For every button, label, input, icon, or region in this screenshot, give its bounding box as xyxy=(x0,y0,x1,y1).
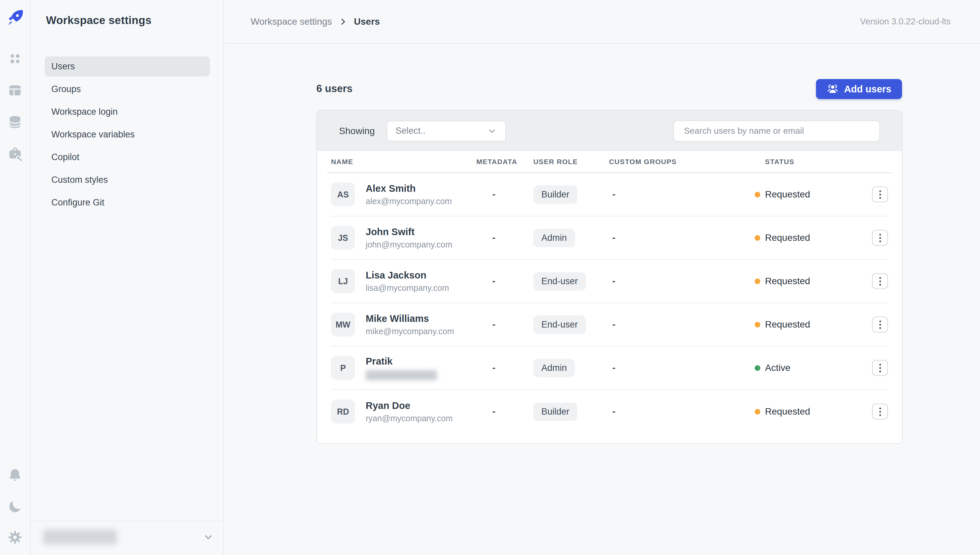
avatar: AS xyxy=(331,183,355,207)
table-row: LJ Lisa Jackson lisa@mycompany.com - End… xyxy=(331,260,888,303)
status-label: Requested xyxy=(765,276,810,287)
user-email: mike@mycompany.com xyxy=(366,327,454,336)
table-header: NAME METADATA USER ROLE CUSTOM GROUPS ST… xyxy=(327,151,892,173)
user-email: lisa@mycompany.com xyxy=(366,283,449,293)
status-label: Active xyxy=(765,363,790,373)
role-badge: Admin xyxy=(533,359,575,377)
status-badge: Requested xyxy=(755,276,872,287)
user-name: Ryan Doe xyxy=(366,400,452,411)
row-menu-kebab-button[interactable] xyxy=(872,360,888,376)
apps-grid-icon[interactable] xyxy=(7,51,23,67)
status-badge: Requested xyxy=(755,189,872,200)
layout-icon[interactable] xyxy=(7,82,23,98)
custom-groups-value: - xyxy=(609,276,765,287)
user-cell: JS John Swift john@mycompany.com xyxy=(331,226,476,250)
sidebar-item-workspace-login[interactable]: Workspace login xyxy=(45,102,210,122)
avatar: MW xyxy=(331,313,355,337)
custom-groups-value: - xyxy=(609,189,765,200)
metadata-value: - xyxy=(476,406,533,417)
column-user-role: USER ROLE xyxy=(533,158,609,166)
status-label: Requested xyxy=(765,189,810,200)
notifications-bell-icon[interactable] xyxy=(7,467,23,483)
status-label: Requested xyxy=(765,319,810,330)
column-status: STATUS xyxy=(765,158,872,166)
breadcrumb: Workspace settings Users xyxy=(251,0,380,43)
table-row: RD Ryan Doe ryan@mycompany.com - Builder… xyxy=(331,390,888,433)
showing-select[interactable]: Select.. xyxy=(387,121,506,141)
user-name: Pratik xyxy=(366,356,437,367)
datasources-icon[interactable] xyxy=(7,114,23,130)
avatar: RD xyxy=(331,399,355,423)
custom-groups-value: - xyxy=(609,233,765,243)
sidebar-item-custom-styles[interactable]: Custom styles xyxy=(45,170,210,190)
dark-mode-moon-icon[interactable] xyxy=(7,499,23,515)
user-name: Mike Williams xyxy=(366,313,454,324)
package-icon[interactable] xyxy=(7,146,23,162)
custom-groups-value: - xyxy=(609,363,765,373)
sidebar-item-configure-git[interactable]: Configure Git xyxy=(45,192,210,212)
sidebar-item-copilot[interactable]: Copilot xyxy=(45,147,210,167)
table-row: MW Mike Williams mike@mycompany.com - En… xyxy=(331,303,888,346)
icon-rail xyxy=(0,0,31,555)
version-label: Version 3.0.22-cloud-lts xyxy=(860,0,951,43)
table-row: P Pratik - Admin - Active xyxy=(331,346,888,390)
user-cell: MW Mike Williams mike@mycompany.com xyxy=(331,313,476,337)
sidebar-footer-divider xyxy=(31,521,223,521)
rocket-logo-icon[interactable] xyxy=(6,9,24,27)
column-custom-groups: CUSTOM GROUPS xyxy=(609,158,765,166)
status-dot-icon xyxy=(755,365,760,371)
group-users-icon xyxy=(827,83,839,95)
row-menu-kebab-button[interactable] xyxy=(872,316,888,332)
custom-groups-value: - xyxy=(609,406,765,417)
column-name: NAME xyxy=(331,158,476,166)
user-email: ryan@mycompany.com xyxy=(366,414,452,423)
users-table-card: Showing Select.. NAME METADATA USER ROLE… xyxy=(317,110,903,444)
role-badge: End-user xyxy=(533,316,586,334)
row-menu-kebab-button[interactable] xyxy=(872,230,888,246)
search-users-input[interactable] xyxy=(673,120,880,142)
metadata-value: - xyxy=(476,189,533,200)
role-badge: End-user xyxy=(533,272,586,290)
settings-menu: Users Groups Workspace login Workspace v… xyxy=(45,56,210,215)
column-metadata: METADATA xyxy=(476,158,533,166)
top-bar: Workspace settings Users Version 3.0.22-… xyxy=(225,0,980,44)
metadata-value: - xyxy=(476,276,533,287)
showing-label: Showing xyxy=(339,126,375,136)
breadcrumb-current: Users xyxy=(354,16,380,27)
redacted-email xyxy=(366,370,437,380)
status-dot-icon xyxy=(755,235,760,241)
user-name: Alex Smith xyxy=(366,183,452,194)
breadcrumb-parent[interactable]: Workspace settings xyxy=(251,16,332,27)
metadata-value: - xyxy=(476,319,533,330)
row-menu-kebab-button[interactable] xyxy=(872,273,888,289)
sidebar-item-groups[interactable]: Groups xyxy=(45,79,210,99)
table-filters: Showing Select.. xyxy=(317,111,902,151)
avatar: P xyxy=(331,356,355,380)
sidebar-item-users[interactable]: Users xyxy=(45,56,210,76)
row-menu-kebab-button[interactable] xyxy=(872,186,888,202)
user-cell: P Pratik xyxy=(331,356,476,380)
status-badge: Active xyxy=(755,363,872,373)
status-badge: Requested xyxy=(755,233,872,243)
settings-gear-icon[interactable] xyxy=(7,529,23,545)
add-users-button[interactable]: Add users xyxy=(816,79,902,99)
sidebar-item-workspace-variables[interactable]: Workspace variables xyxy=(45,124,210,144)
user-email: john@mycompany.com xyxy=(366,240,452,249)
sidebar-title: Workspace settings xyxy=(46,14,152,27)
user-count: 6 users xyxy=(317,83,353,95)
table-row: AS Alex Smith alex@mycompany.com - Build… xyxy=(331,173,888,217)
role-badge: Builder xyxy=(533,185,577,204)
status-label: Requested xyxy=(765,233,810,243)
user-cell: RD Ryan Doe ryan@mycompany.com xyxy=(331,399,476,423)
main-content: Workspace settings Users Version 3.0.22-… xyxy=(225,0,980,555)
account-expander[interactable] xyxy=(43,528,215,546)
status-badge: Requested xyxy=(755,319,872,330)
user-cell: LJ Lisa Jackson lisa@mycompany.com xyxy=(331,269,476,293)
status-dot-icon xyxy=(755,279,760,284)
status-dot-icon xyxy=(755,192,760,197)
status-dot-icon xyxy=(755,409,760,415)
user-name: John Swift xyxy=(366,226,452,237)
metadata-value: - xyxy=(476,233,533,243)
custom-groups-value: - xyxy=(609,319,765,330)
row-menu-kebab-button[interactable] xyxy=(872,404,888,420)
